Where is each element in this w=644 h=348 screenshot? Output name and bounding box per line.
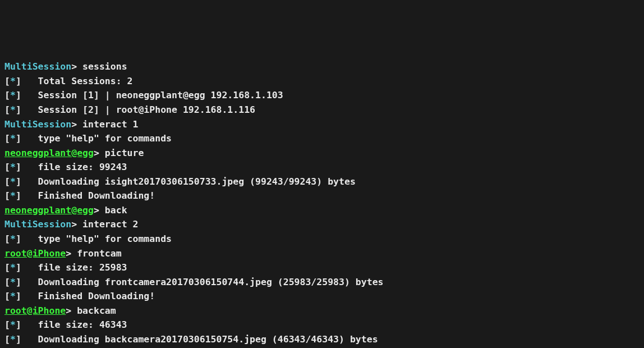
terminal-text-segment: root@iPhone: [4, 248, 66, 259]
terminal-text-segment: MultiSession: [4, 119, 71, 130]
terminal-text-segment: [: [4, 277, 10, 287]
terminal-text-segment: neoneggplant@egg: [4, 205, 94, 216]
terminal-text-segment: MultiSession: [4, 219, 71, 230]
terminal-text-segment: ]: [16, 76, 21, 86]
terminal-line: [*] Session [2] | root@iPhone 192.168.1.…: [4, 103, 640, 117]
terminal-line: MultiSession> interact 1: [4, 117, 640, 132]
terminal-text-segment: ]: [16, 233, 21, 244]
terminal-line: [*] type "help" for commands: [4, 131, 640, 146]
terminal-text-segment: ]: [16, 262, 21, 273]
terminal-text-segment: ]: [16, 319, 21, 330]
terminal-text-segment: Downloading isight20170306150733.jpeg (9…: [21, 176, 356, 187]
terminal-line: [*] Total Sessions: 2: [4, 74, 640, 89]
terminal-text-segment: frontcam: [77, 248, 121, 259]
terminal-line: [*] Downloading isight20170306150733.jpe…: [4, 175, 640, 189]
terminal-text-segment: *: [10, 233, 16, 244]
terminal-text-segment: type "help" for commands: [21, 233, 172, 244]
terminal-line: root@iPhone> backcam: [4, 304, 640, 318]
terminal-text-segment: [: [4, 104, 10, 115]
terminal-line: root@iPhone> frontcam: [4, 246, 640, 261]
terminal-text-segment: ]: [16, 90, 21, 100]
terminal-text-segment: Finished Downloading!: [21, 190, 155, 201]
terminal-line: [*] Downloading frontcamera2017030615074…: [4, 275, 640, 290]
terminal-text-segment: >: [71, 219, 82, 230]
terminal-text-segment: [: [4, 162, 10, 172]
terminal-line: [*] type "help" for commands: [4, 232, 640, 246]
terminal-text-segment: [: [4, 90, 10, 100]
terminal-text-segment: [: [4, 133, 10, 144]
terminal-text-segment: *: [10, 291, 16, 301]
terminal-text-segment: Finished Downloading!: [21, 291, 155, 301]
terminal-text-segment: *: [10, 90, 16, 100]
terminal-text-segment: >: [66, 248, 77, 259]
terminal-text-segment: [: [4, 262, 10, 273]
terminal-text-segment: Session [1] | neoneggplant@egg 192.168.1…: [21, 90, 283, 100]
terminal-text-segment: *: [10, 334, 16, 345]
terminal-line: MultiSession> sessions: [4, 59, 640, 74]
terminal-text-segment: *: [10, 176, 16, 187]
terminal-text-segment: [: [4, 334, 10, 345]
terminal-line: [*] file size: 99243: [4, 160, 640, 175]
terminal-text-segment: Downloading frontcamera20170306150744.jp…: [21, 277, 384, 287]
terminal-text-segment: [: [4, 233, 10, 244]
terminal-text-segment: Downloading backcamera20170306150754.jpe…: [21, 334, 378, 345]
terminal-line: [*] file size: 46343: [4, 318, 640, 332]
terminal-text-segment: *: [10, 277, 16, 287]
terminal-text-segment: sessions: [82, 61, 127, 72]
terminal-line: neoneggplant@egg> back: [4, 203, 640, 218]
terminal-line: neoneggplant@egg> picture: [4, 146, 640, 161]
terminal-text-segment: file size: 25983: [21, 262, 127, 273]
terminal-line: [*] file size: 25983: [4, 260, 640, 275]
terminal-text-segment: ]: [16, 277, 21, 287]
terminal-text-segment: >: [94, 148, 105, 158]
terminal-text-segment: ]: [16, 133, 21, 144]
terminal-text-segment: *: [10, 190, 16, 201]
terminal-text-segment: interact 2: [82, 219, 138, 230]
terminal-text-segment: >: [66, 305, 77, 316]
terminal-text-segment: file size: 46343: [21, 319, 127, 330]
terminal-line: [*] Downloading backcamera20170306150754…: [4, 332, 640, 347]
terminal-text-segment: [: [4, 176, 10, 187]
terminal-text-segment: ]: [16, 190, 21, 201]
terminal-line: [*] Session [1] | neoneggplant@egg 192.1…: [4, 88, 640, 103]
terminal-text-segment: >: [71, 119, 82, 130]
terminal-line: [*] Finished Downloading!: [4, 289, 640, 304]
terminal-text-segment: file size: 99243: [21, 162, 127, 172]
terminal-text-segment: type "help" for commands: [21, 133, 172, 144]
terminal-text-segment: *: [10, 262, 16, 273]
terminal-output[interactable]: MultiSession> sessions[*] Total Sessions…: [4, 59, 640, 348]
terminal-text-segment: [: [4, 76, 10, 86]
terminal-text-segment: >: [94, 205, 105, 216]
terminal-text-segment: MultiSession: [4, 61, 71, 72]
terminal-text-segment: *: [10, 162, 16, 172]
terminal-text-segment: [: [4, 291, 10, 301]
terminal-text-segment: interact 1: [82, 119, 138, 130]
terminal-text-segment: ]: [16, 334, 21, 345]
terminal-text-segment: ]: [16, 176, 21, 187]
terminal-text-segment: back: [105, 205, 127, 216]
terminal-text-segment: *: [10, 133, 16, 144]
terminal-text-segment: ]: [16, 104, 21, 115]
terminal-text-segment: picture: [105, 148, 144, 158]
terminal-text-segment: [: [4, 190, 10, 201]
terminal-text-segment: neoneggplant@egg: [4, 148, 94, 158]
terminal-text-segment: Session [2] | root@iPhone 192.168.1.116: [21, 104, 255, 115]
terminal-text-segment: *: [10, 104, 16, 115]
terminal-text-segment: ]: [16, 291, 21, 301]
terminal-text-segment: [: [4, 319, 10, 330]
terminal-text-segment: backcam: [77, 305, 116, 316]
terminal-text-segment: *: [10, 76, 16, 86]
terminal-text-segment: root@iPhone: [4, 305, 66, 316]
terminal-text-segment: Total Sessions: 2: [21, 76, 133, 86]
terminal-text-segment: >: [71, 61, 82, 72]
terminal-line: MultiSession> interact 2: [4, 217, 640, 232]
terminal-text-segment: ]: [16, 162, 21, 172]
terminal-text-segment: *: [10, 319, 16, 330]
terminal-line: [*] Finished Downloading!: [4, 189, 640, 203]
